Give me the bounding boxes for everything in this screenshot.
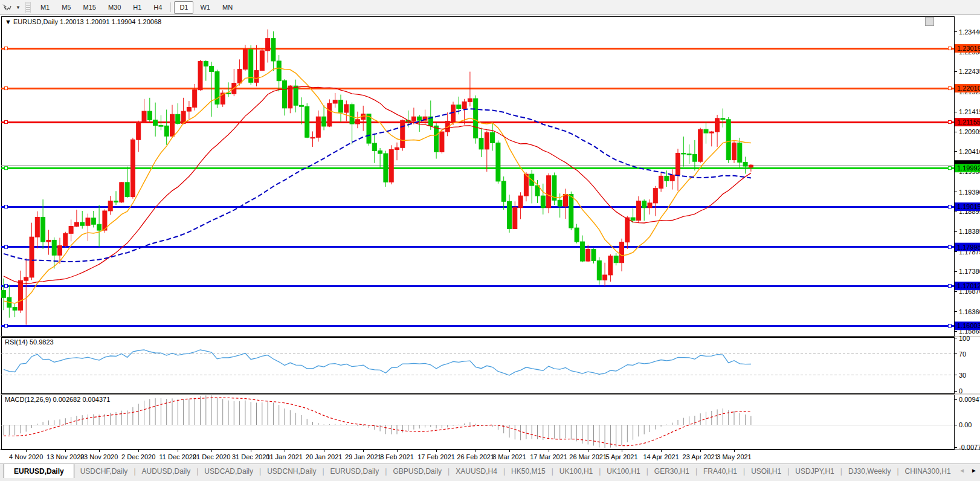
candle-body (266, 39, 270, 51)
line-drag-handle[interactable] (949, 324, 952, 328)
timeframe-button-m30[interactable]: M30 (103, 1, 126, 14)
chart-tab-usdcnh-daily[interactable]: USDCNH,Daily (261, 465, 322, 478)
timeframe-button-m15[interactable]: M15 (77, 1, 101, 14)
candle-body (485, 132, 489, 149)
line-drag-handle[interactable] (949, 205, 952, 208)
line-drag-handle[interactable] (949, 121, 952, 124)
chart-tab-gbpusd-daily[interactable]: GBPUSD,Daily (387, 465, 448, 478)
chart-tab-usdchf-daily[interactable]: USDCHF,Daily (74, 465, 134, 478)
line-drag-handle[interactable] (5, 47, 8, 50)
timeframe-button-m5[interactable]: M5 (56, 1, 76, 14)
line-drag-handle[interactable] (5, 167, 8, 170)
date-axis-label: 20 Jan 2021 (306, 453, 343, 460)
chart-tool-icon[interactable] (0, 1, 13, 13)
price-axis-tick-label: 1.20410 (959, 148, 980, 155)
line-drag-handle[interactable] (5, 285, 8, 288)
date-axis-label: 11 Jan 2021 (266, 453, 303, 460)
timeframe-button-w1[interactable]: W1 (195, 1, 216, 14)
timeframe-button-m1[interactable]: M1 (35, 1, 55, 14)
main-price-panel[interactable] (1, 16, 954, 336)
price-axis-tick-label: 1.22435 (959, 68, 980, 75)
level-axis-label: 1.22010 (957, 85, 980, 92)
date-axis-label: 11 Dec 2020 (160, 453, 197, 460)
candle-body (277, 61, 281, 81)
candle-body (726, 120, 730, 160)
candle-body (210, 66, 214, 71)
line-drag-handle[interactable] (949, 285, 952, 288)
line-drag-handle[interactable] (949, 245, 952, 248)
candle-body (457, 105, 461, 109)
line-drag-handle[interactable] (949, 47, 952, 50)
toolbar-grip-handle[interactable] (25, 2, 31, 13)
chart-tool-dropdown-caret-icon[interactable]: ▼ (13, 5, 23, 10)
candle-body (462, 102, 466, 108)
line-drag-handle[interactable] (5, 324, 8, 328)
candle-body (468, 98, 472, 102)
candle-body (603, 275, 607, 280)
chart-tab-uk100-h1[interactable]: UK100,H1 (601, 465, 646, 478)
chart-tab-eurusd-daily[interactable]: EURUSD,Daily (324, 465, 385, 478)
line-drag-handle[interactable] (949, 167, 952, 170)
candle-body (322, 117, 326, 126)
chart-tab-ger30-h1[interactable]: GER30,H1 (648, 465, 695, 478)
candle-body (333, 100, 337, 103)
candle-body (501, 181, 506, 201)
chart-tab-dj30-weekly[interactable]: DJ30,Weekly (842, 465, 897, 478)
chart-tab-usdjpy-h1[interactable]: USDJPY,H1 (789, 465, 840, 478)
rsi-panel[interactable] (1, 337, 954, 393)
chart-corner-button[interactable] (925, 17, 934, 26)
price-axis-tick-label: 1.16360 (959, 308, 980, 315)
timeframe-button-mn[interactable]: MN (217, 1, 238, 14)
candle-body (187, 108, 191, 112)
candle-body (513, 208, 517, 229)
candle-body (620, 242, 624, 263)
chart-tab-usoil-h1[interactable]: USOil,H1 (745, 465, 787, 478)
candle-body (389, 150, 393, 182)
chart-canvas[interactable]: ▼ EURUSD,Daily 1.20013 1.20091 1.19904 1… (0, 0, 980, 481)
timeframe-button-h4[interactable]: H4 (148, 1, 167, 14)
chart-tab-strip: EURUSD,DailyUSDCHF,Daily|AUDUSD,Daily|US… (0, 464, 955, 478)
candle-body (738, 143, 742, 162)
line-drag-handle[interactable] (5, 205, 8, 208)
candle-body (142, 111, 146, 122)
chart-tab-usdcad-daily[interactable]: USDCAD,Daily (198, 465, 259, 478)
candle-body (682, 153, 686, 154)
candle-body (327, 103, 332, 126)
candle-body (547, 176, 551, 208)
candle-body (13, 308, 17, 311)
rsi-axis-tick-label: 0 (959, 387, 962, 395)
line-drag-handle[interactable] (5, 245, 8, 248)
line-drag-handle[interactable] (949, 87, 952, 90)
tab-scroll-right-icon[interactable]: ► (968, 466, 980, 474)
chart-tab-uk100-h1[interactable]: UK100,H1 (553, 465, 599, 478)
candle-body (653, 189, 657, 203)
candle-body (636, 201, 640, 221)
chart-tab-hk50-m15[interactable]: HK50,M15 (505, 465, 552, 478)
tab-scroll-left-icon[interactable]: ◄ (956, 466, 968, 474)
chart-tab-eurusd-daily[interactable]: EURUSD,Daily (4, 464, 74, 478)
macd-axis-tick-label: 0.00 (959, 421, 972, 428)
timeframe-button-h1[interactable]: H1 (127, 1, 147, 14)
chart-tab-xauusd-h4[interactable]: XAUUSD,H4 (450, 465, 503, 478)
macd-label: MACD(12,26,9) 0.002682 0.004371 (5, 396, 110, 403)
chart-tab-audusd-daily[interactable]: AUDUSD,Daily (136, 465, 197, 478)
price-axis-tick-label: 1.19390 (959, 189, 980, 196)
chart-tab-china300-h1[interactable]: CHINA300,H1 (899, 465, 955, 478)
candle-body (411, 117, 416, 121)
date-axis-label: 31 Dec 2020 (232, 453, 269, 460)
candle-body (558, 200, 562, 206)
chart-tab-fra40-h1[interactable]: FRA40,H1 (697, 465, 743, 478)
candle-body (131, 140, 135, 196)
line-drag-handle[interactable] (5, 87, 8, 90)
rsi-label: RSI(14) 50.9823 (5, 338, 54, 346)
timeframe-button-d1[interactable]: D1 (174, 1, 193, 14)
rsi-axis-tick-label: 30 (959, 372, 966, 379)
line-drag-handle[interactable] (5, 121, 8, 124)
level-axis-label: 1.17998 (957, 244, 980, 251)
candle-body (580, 242, 584, 261)
trading-platform-window: ▼ M1M5M15M30H1H4D1W1MN ▼ EURUSD,Daily 1.… (0, 0, 980, 481)
candle-body (732, 143, 737, 160)
candle-body (58, 246, 62, 256)
candle-body (350, 105, 354, 124)
toolbar-separator (170, 2, 171, 12)
